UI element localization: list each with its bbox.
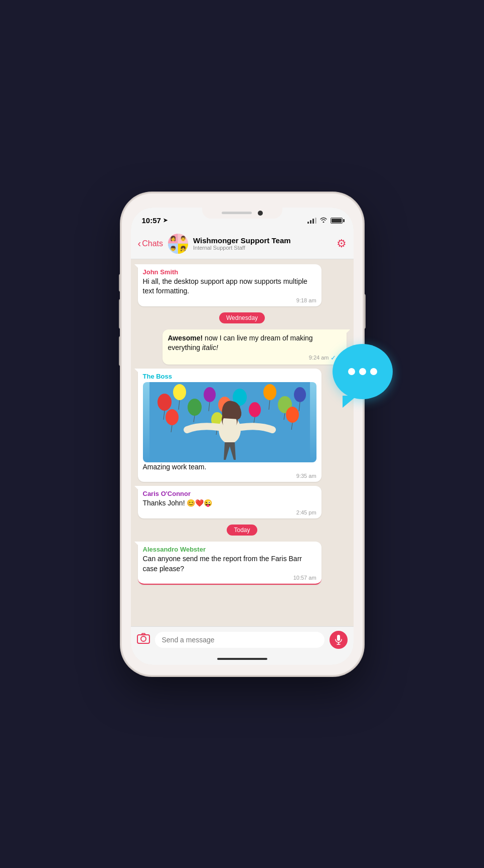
home-indicator bbox=[131, 653, 354, 665]
group-avatar: 👩 👨 👦 👧 bbox=[168, 234, 188, 254]
status-icons bbox=[307, 217, 343, 224]
message-input[interactable] bbox=[155, 632, 325, 648]
sender-name: Alessandro Webster bbox=[143, 546, 316, 553]
typing-dots bbox=[348, 368, 377, 375]
message-time: 9:24 am bbox=[309, 355, 329, 361]
svg-point-5 bbox=[188, 399, 202, 416]
svg-point-19 bbox=[294, 387, 306, 402]
settings-icon[interactable]: ⚙ bbox=[337, 237, 347, 250]
italic-text: italic! bbox=[202, 343, 218, 352]
notch-bar bbox=[222, 212, 252, 214]
bottom-bar bbox=[131, 626, 354, 653]
date-divider: Wednesday bbox=[138, 312, 347, 323]
svg-point-1 bbox=[157, 394, 172, 411]
today-label: Today bbox=[227, 525, 257, 536]
group-name: Wishmonger Support Team bbox=[193, 236, 332, 245]
status-time: 10:57 ➤ bbox=[142, 216, 168, 225]
location-icon: ➤ bbox=[163, 217, 168, 224]
wednesday-label: Wednesday bbox=[219, 312, 265, 323]
sender-name: John Smith bbox=[143, 268, 316, 276]
chat-area: John Smith Hi all, the desktop support a… bbox=[131, 259, 354, 626]
sender-name: The Boss bbox=[143, 373, 316, 380]
volume-down-button bbox=[119, 336, 122, 366]
date-divider: Today bbox=[138, 525, 347, 536]
svg-rect-32 bbox=[337, 635, 340, 641]
back-label: Chats bbox=[142, 239, 163, 248]
phone-screen: 10:57 ➤ bbox=[131, 208, 354, 665]
dot-3 bbox=[370, 368, 377, 375]
message-text: Thanks John! 😊❤️😜 bbox=[143, 498, 316, 508]
dot-2 bbox=[359, 368, 366, 375]
sender-name: Caris O'Connor bbox=[143, 490, 316, 497]
message-text: Can anyone send me the report from the F… bbox=[143, 554, 316, 574]
svg-point-21 bbox=[166, 409, 179, 425]
svg-point-13 bbox=[249, 402, 261, 417]
group-subtitle: Internal Support Staff bbox=[193, 245, 332, 251]
nav-bar: ‹ Chats 👩 👨 👦 👧 Wishmonger Support Team … bbox=[131, 230, 354, 259]
message-text: Awesome! now I can live my dream of maki… bbox=[168, 333, 341, 353]
back-arrow-icon: ‹ bbox=[138, 238, 141, 249]
front-camera bbox=[258, 211, 263, 216]
wifi-icon bbox=[319, 217, 328, 224]
camera-button[interactable] bbox=[137, 633, 150, 647]
message-time: 10:57 am bbox=[143, 575, 316, 581]
message-time: 9:35 am bbox=[143, 473, 316, 479]
notch bbox=[202, 208, 282, 219]
list-item: Caris O'Connor Thanks John! 😊❤️😜 2:45 pm bbox=[138, 486, 321, 518]
message-time: 2:45 pm bbox=[143, 509, 316, 515]
battery-icon bbox=[331, 218, 343, 224]
home-bar bbox=[217, 658, 267, 660]
message-text: Hi all, the desktop support app now supp… bbox=[143, 277, 316, 296]
microphone-button[interactable] bbox=[330, 631, 348, 649]
volume-up-button bbox=[119, 299, 122, 329]
list-item: John Smith Hi all, the desktop support a… bbox=[138, 264, 321, 306]
list-item: The Boss bbox=[138, 369, 321, 482]
phone-wrapper: 10:57 ➤ bbox=[122, 194, 363, 675]
nav-info: Wishmonger Support Team Internal Support… bbox=[193, 236, 332, 251]
svg-point-15 bbox=[263, 384, 276, 400]
svg-point-3 bbox=[173, 384, 186, 400]
svg-point-23 bbox=[286, 407, 299, 423]
sent-message: Awesome! now I can live my dream of maki… bbox=[163, 329, 346, 365]
message-text: Amazing work team. bbox=[143, 462, 316, 472]
svg-point-31 bbox=[141, 636, 146, 641]
shared-image bbox=[143, 382, 316, 462]
svg-point-7 bbox=[204, 387, 216, 402]
mute-button bbox=[119, 274, 122, 292]
bold-text: Awesome! bbox=[168, 334, 203, 342]
signal-icon bbox=[307, 218, 316, 224]
chat-bubble-decoration bbox=[333, 344, 393, 399]
list-item: Awesome! now I can live my dream of maki… bbox=[138, 329, 347, 365]
message-time: 9:18 am bbox=[143, 297, 316, 303]
list-item: Alessandro Webster Can anyone send me th… bbox=[138, 542, 321, 585]
dot-1 bbox=[348, 368, 355, 375]
back-button[interactable]: ‹ Chats bbox=[138, 238, 163, 249]
time-display: 10:57 bbox=[142, 216, 161, 225]
power-button bbox=[363, 294, 366, 329]
